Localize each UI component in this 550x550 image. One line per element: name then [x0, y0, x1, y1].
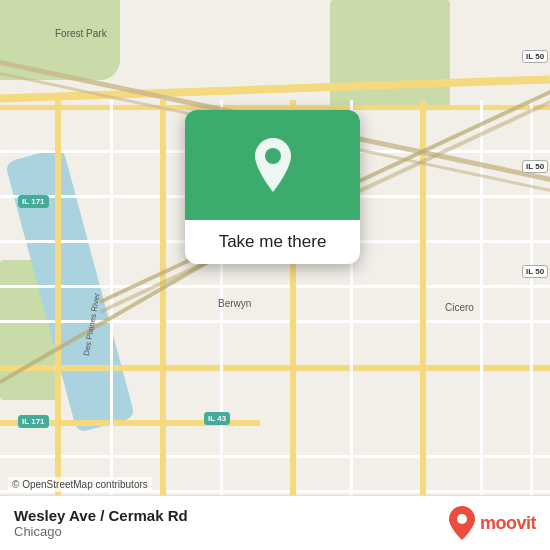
- road-v-major3: [420, 100, 426, 550]
- map-container: Forest Park Berwyn Cicero Des Plaines Ri…: [0, 0, 550, 550]
- popup-green-area: [185, 110, 360, 220]
- location-info: Wesley Ave / Cermak Rd Chicago: [14, 507, 188, 539]
- bottom-bar: Wesley Ave / Cermak Rd Chicago moovit: [0, 495, 550, 550]
- road-h4: [0, 285, 550, 288]
- shield-il50-1: IL 50: [522, 50, 548, 63]
- moovit-pin-icon: [448, 506, 476, 540]
- road-cermak: [0, 365, 550, 371]
- shield-il50-2: IL 50: [522, 160, 548, 173]
- road-h6: [0, 455, 550, 458]
- label-forest-park: Forest Park: [55, 28, 107, 39]
- location-name: Wesley Ave / Cermak Rd: [14, 507, 188, 524]
- location-pin-icon: [251, 138, 295, 192]
- label-cicero: Cicero: [445, 302, 474, 313]
- moovit-logo: moovit: [448, 506, 536, 540]
- shield-il50-3: IL 50: [522, 265, 548, 278]
- shield-il171-1: IL 171: [18, 195, 49, 208]
- moovit-text: moovit: [480, 513, 536, 534]
- popup-card[interactable]: Take me there: [185, 110, 360, 264]
- shield-il43: IL 43: [204, 412, 230, 425]
- map-background: [0, 0, 550, 550]
- shield-il171-2: IL 171: [18, 415, 49, 428]
- svg-point-0: [265, 148, 281, 164]
- road-v-major1: [160, 100, 166, 550]
- city-name: Chicago: [14, 524, 188, 539]
- map-attribution: © OpenStreetMap contributors: [8, 477, 152, 492]
- take-me-there-button[interactable]: Take me there: [203, 220, 343, 264]
- svg-point-1: [457, 514, 467, 524]
- label-berwyn: Berwyn: [218, 298, 251, 309]
- park-area-right: [330, 0, 450, 110]
- road-h5: [0, 320, 550, 323]
